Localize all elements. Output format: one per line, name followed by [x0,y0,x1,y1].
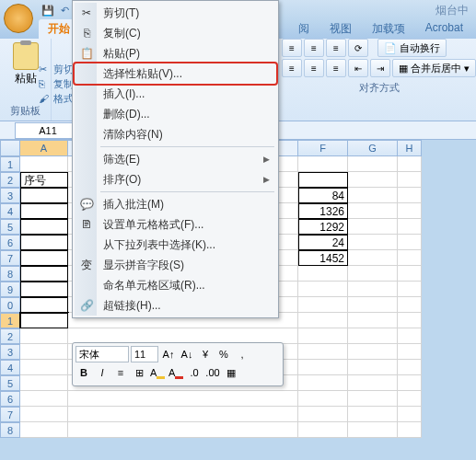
merge-mini-button[interactable]: ▦ [223,364,239,381]
accounting-format-button[interactable]: ¥ [197,346,214,362]
col-header-A[interactable]: A [20,140,68,156]
decrease-indent-button[interactable]: ⇤ [348,59,368,77]
cm-paste-special[interactable]: 选择性粘贴(V)... [75,63,276,84]
cell-F6[interactable]: 24 [298,235,348,250]
row-header[interactable]: 2 [0,172,20,188]
row-header[interactable]: 4 [0,360,20,375]
borders-button[interactable]: ⊞ [131,364,147,381]
copy-icon: ⎘ [39,78,52,91]
align-center-mini-button[interactable]: ≡ [112,364,129,381]
row-header[interactable]: 6 [0,391,20,407]
chevron-right-icon: ▶ [263,175,270,184]
cm-copy[interactable]: ⎘复制(C) [75,23,276,43]
cell[interactable] [20,156,68,172]
separator [100,191,274,192]
wrap-text-button[interactable]: 📄自动换行 [377,39,447,57]
context-menu: ✂剪切(T) ⎘复制(C) 📋粘贴(P) 选择性粘贴(V)... 插入(I)..… [72,0,279,318]
row-header[interactable]: 1 [0,313,20,328]
cell-F3[interactable]: 84 [298,188,348,203]
scissors-icon: ✂ [39,63,52,76]
col-header-F[interactable]: F [298,140,348,156]
tab-view[interactable]: 视图 [320,19,361,39]
office-button[interactable] [4,4,33,33]
orientation-button[interactable]: ⟳ [348,39,368,57]
tab-addins[interactable]: 加载项 [363,19,414,39]
align-top-button[interactable]: ≡ [282,39,302,57]
percent-format-button[interactable]: % [215,346,232,362]
alignment-group-title: 对齐方式 [282,81,476,95]
pinyin-icon: 变 [79,258,94,272]
increase-decimal-button[interactable]: .00 [204,364,221,381]
grow-font-button[interactable]: A↑ [160,346,177,362]
chevron-right-icon: ▶ [263,155,270,164]
cell-F4[interactable]: 1326 [298,203,348,219]
row-header[interactable]: 2 [0,328,20,344]
cell-F5[interactable]: 1292 [298,219,348,235]
hyperlink-icon: 🔗 [79,298,94,313]
row-header[interactable]: 6 [0,235,20,250]
select-all-corner[interactable] [0,140,20,156]
col-header-G[interactable]: G [348,140,398,156]
paste-label: 粘贴 [15,71,37,86]
cm-format-cells[interactable]: 🖹设置单元格格式(F)... [75,214,276,235]
align-center-button[interactable]: ≡ [304,59,324,77]
bold-button[interactable]: B [75,364,92,381]
row-header[interactable]: 5 [0,219,20,235]
row-header[interactable]: 4 [0,203,20,219]
row-header[interactable]: 9 [0,282,20,297]
align-left-button[interactable]: ≡ [282,59,302,77]
cm-hyperlink[interactable]: 🔗超链接(H)... [75,295,276,316]
cm-show-pinyin[interactable]: 变显示拼音字段(S) [75,255,276,275]
merge-center-button[interactable]: ▦合并后居中▾ [392,59,476,77]
row-header[interactable]: 3 [0,344,20,360]
italic-button[interactable]: I [94,364,110,381]
cm-paste[interactable]: 📋粘贴(P) [75,43,276,63]
cm-delete[interactable]: 删除(D)... [75,104,276,124]
row-header[interactable]: 5 [0,375,20,391]
cm-pick-list[interactable]: 从下拉列表中选择(K)... [75,235,276,255]
row-header[interactable]: 3 [0,188,20,203]
align-right-button[interactable]: ≡ [326,59,346,77]
tab-review[interactable]: 阅 [289,19,319,39]
decrease-decimal-button[interactable]: .0 [186,364,203,381]
increase-indent-button[interactable]: ⇥ [370,59,390,77]
cm-sort[interactable]: 排序(O)▶ [75,169,276,190]
alignment-group: ≡ ≡ ≡ ⟳ 📄自动换行 ≡ ≡ ≡ ⇤ ⇥ ▦合并后居中▾ 对齐方式 [282,39,476,121]
scissors-icon: ✂ [79,6,94,20]
cm-clear[interactable]: 清除内容(N) [75,124,276,144]
undo-icon[interactable]: ↶ [57,3,72,17]
cm-filter[interactable]: 筛选(E)▶ [75,149,276,169]
col-header-H[interactable]: H [398,140,422,156]
cm-insert[interactable]: 插入(I)... [75,84,276,104]
font-color-button[interactable]: A [168,364,184,381]
row-header[interactable]: 0 [0,297,20,313]
fill-color-button[interactable]: A [149,364,166,381]
cm-insert-comment[interactable]: 💬插入批注(M) [75,194,276,214]
row-header[interactable]: 1 [0,156,20,172]
cell-F7[interactable]: 1452 [298,250,348,266]
cm-cut[interactable]: ✂剪切(T) [75,3,276,23]
paste-icon: 📋 [79,46,94,61]
cm-name-range[interactable]: 命名单元格区域(R)... [75,275,276,295]
save-icon[interactable]: 💾 [41,3,55,17]
cell-A11-selected[interactable] [20,313,68,328]
merge-icon: ▦ [399,63,408,75]
row-header[interactable]: 8 [0,266,20,282]
fill-color-swatch [157,376,165,379]
separator [100,146,274,147]
mini-fontsize-select[interactable] [131,346,158,362]
wrap-icon: 📄 [384,42,397,54]
row-header[interactable]: 7 [0,250,20,266]
comment-icon: 💬 [79,197,94,212]
align-middle-button[interactable]: ≡ [304,39,324,57]
mini-font-select[interactable] [75,346,129,362]
shrink-font-button[interactable]: A↓ [179,346,195,362]
cell-A2[interactable]: 序号 [20,172,68,188]
tab-acrobat[interactable]: Acrobat [416,19,472,39]
comma-format-button[interactable]: , [234,346,250,362]
align-bottom-button[interactable]: ≡ [326,39,346,57]
app-title: 烟台中 [435,3,472,18]
row-header[interactable]: 7 [0,407,20,422]
mini-toolbar: A↑ A↓ ¥ % , B I ≡ ⊞ A A .0 .00 ▦ [72,342,284,386]
row-header[interactable]: 8 [0,422,20,438]
